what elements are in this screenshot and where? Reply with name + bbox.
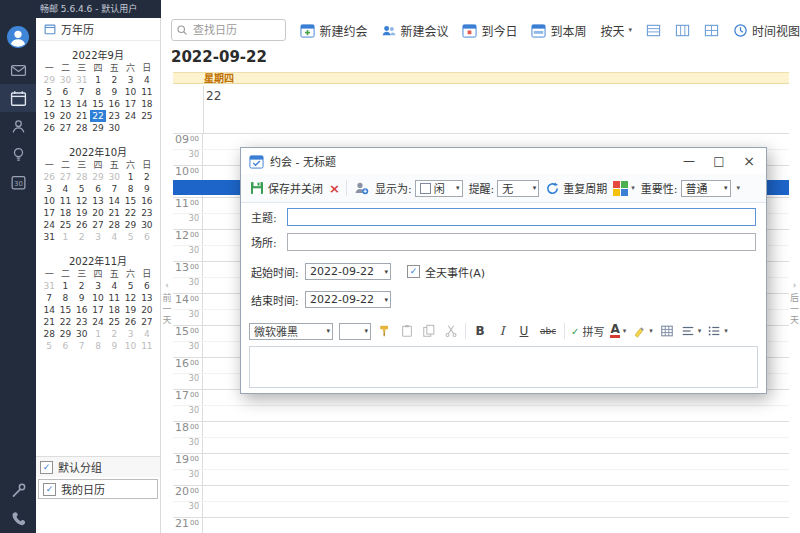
minimize-button[interactable]: —: [674, 148, 704, 174]
mini-day[interactable]: 1: [57, 280, 73, 292]
mini-day[interactable]: 5: [41, 86, 57, 98]
mini-day[interactable]: 4: [57, 183, 73, 195]
mini-day[interactable]: 10: [122, 340, 138, 352]
mini-day[interactable]: 28: [74, 122, 90, 134]
spell-check-button[interactable]: ✓ 拼写: [571, 323, 604, 339]
mini-day[interactable]: 17: [90, 304, 106, 316]
mini-day[interactable]: 27: [90, 219, 106, 231]
mini-day[interactable]: 3: [90, 280, 106, 292]
by-day-button[interactable]: 按天 ▾: [600, 22, 632, 39]
list-button[interactable]: ▾: [707, 324, 728, 338]
category-color-button[interactable]: ▾: [613, 181, 635, 196]
mini-day[interactable]: 6: [57, 86, 73, 98]
bold-button[interactable]: B: [472, 323, 488, 339]
mini-day[interactable]: 29: [122, 219, 138, 231]
time-slot[interactable]: [203, 470, 789, 485]
time-slot[interactable]: [203, 486, 789, 501]
new-appointment-button[interactable]: 新建约会: [300, 22, 367, 39]
mini-day[interactable]: 4: [139, 74, 155, 86]
half-hour-row[interactable]: 30: [173, 469, 789, 485]
checkbox-default-group[interactable]: ✓: [40, 461, 53, 474]
mini-day[interactable]: 23: [139, 207, 155, 219]
mini-day[interactable]: 7: [41, 292, 57, 304]
close-button[interactable]: ×: [734, 148, 764, 174]
mini-day[interactable]: 24: [41, 219, 57, 231]
dialog-title-bar[interactable]: 约会 - 无标题 — □ ×: [241, 148, 766, 174]
time-slot[interactable]: [203, 502, 789, 517]
italic-button[interactable]: I: [494, 323, 510, 339]
half-hour-row[interactable]: 30: [173, 437, 789, 453]
mini-day[interactable]: 3: [41, 183, 57, 195]
mini-day[interactable]: 14: [106, 195, 122, 207]
mini-day[interactable]: 29: [57, 328, 73, 340]
mini-day[interactable]: 5: [122, 231, 138, 243]
hour-row[interactable]: 2000: [173, 485, 789, 501]
mini-day[interactable]: 2: [106, 74, 122, 86]
mini-day[interactable]: 7: [106, 183, 122, 195]
mini-day[interactable]: 31: [41, 231, 57, 243]
sidebar-item-mail[interactable]: [0, 56, 36, 84]
strikethrough-button[interactable]: abc: [538, 323, 558, 339]
show-as-select[interactable]: 闲 ▾: [415, 180, 463, 197]
mini-day[interactable]: 12: [41, 98, 57, 110]
sidebar-item-ideas[interactable]: [0, 140, 36, 168]
mini-day[interactable]: 25: [106, 316, 122, 328]
mini-day[interactable]: 9: [106, 86, 122, 98]
mini-day[interactable]: 1: [90, 74, 106, 86]
delete-button[interactable]: ×: [329, 182, 340, 195]
mini-day[interactable]: 22: [57, 316, 73, 328]
mini-day[interactable]: 7: [74, 340, 90, 352]
mini-day[interactable]: 21: [41, 316, 57, 328]
mini-day[interactable]: 31: [41, 280, 57, 292]
mini-day[interactable]: 12: [74, 195, 90, 207]
paste-button[interactable]: [399, 323, 415, 339]
mini-day[interactable]: 13: [57, 98, 73, 110]
mini-day[interactable]: 7: [74, 86, 90, 98]
font-size-select[interactable]: ▾: [339, 323, 371, 340]
column-view-button[interactable]: [675, 23, 690, 38]
search-input[interactable]: [191, 23, 277, 38]
sidebar-item-calendar[interactable]: [0, 84, 36, 112]
hour-row[interactable]: 2100: [173, 517, 789, 533]
time-slot[interactable]: [203, 422, 789, 437]
mini-day-selected[interactable]: 22: [90, 110, 106, 122]
mini-day[interactable]: 6: [57, 340, 73, 352]
hour-row[interactable]: 1800: [173, 421, 789, 437]
mini-day[interactable]: 8: [57, 292, 73, 304]
mini-day[interactable]: 28: [74, 171, 90, 183]
mini-day[interactable]: 22: [122, 207, 138, 219]
reminder-select[interactable]: 无 ▾: [497, 180, 539, 197]
sidebar-item-tools[interactable]: [0, 476, 36, 504]
mini-day[interactable]: 26: [74, 219, 90, 231]
sidebar-item-contacts[interactable]: [0, 112, 36, 140]
mini-day[interactable]: 20: [57, 110, 73, 122]
mini-day[interactable]: 27: [139, 316, 155, 328]
grid-view-button[interactable]: [704, 23, 719, 38]
mini-day[interactable]: 18: [139, 98, 155, 110]
more-options-caret-icon[interactable]: ▾: [737, 184, 741, 192]
mini-day[interactable]: 20: [139, 304, 155, 316]
mini-day[interactable]: 30: [106, 122, 122, 134]
mini-day[interactable]: 30: [106, 171, 122, 183]
mini-day[interactable]: 25: [57, 219, 73, 231]
mini-day[interactable]: 30: [139, 219, 155, 231]
checkbox-all-day[interactable]: ✓: [407, 265, 420, 278]
mini-day[interactable]: 21: [74, 110, 90, 122]
hour-row[interactable]: 1900: [173, 453, 789, 469]
mini-day[interactable]: 1: [57, 231, 73, 243]
mini-day[interactable]: 28: [106, 219, 122, 231]
font-family-select[interactable]: 微软雅黑 ▾: [249, 323, 333, 340]
end-date-select[interactable]: 2022-09-22 ▾: [305, 291, 391, 308]
mini-day[interactable]: 29: [90, 122, 106, 134]
mini-day[interactable]: 1: [122, 171, 138, 183]
mini-day[interactable]: 16: [139, 195, 155, 207]
maximize-button[interactable]: □: [704, 148, 734, 174]
mini-day[interactable]: 18: [57, 207, 73, 219]
search-box[interactable]: [171, 19, 286, 41]
format-painter-button[interactable]: [377, 323, 393, 339]
mini-day[interactable]: 5: [122, 280, 138, 292]
checkbox-my-calendar[interactable]: ✓: [43, 483, 56, 496]
mini-day[interactable]: 25: [139, 110, 155, 122]
mini-day[interactable]: 8: [90, 340, 106, 352]
mini-day[interactable]: 29: [90, 171, 106, 183]
